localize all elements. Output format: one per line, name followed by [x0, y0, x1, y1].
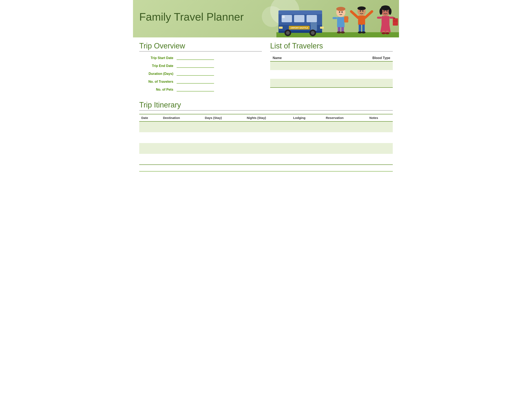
num-pets-label: No. of Pets	[139, 88, 177, 91]
itin-days-3[interactable]	[203, 143, 245, 154]
table-row	[139, 143, 393, 154]
itinerary-header-row: Date Destination Days (Stay) Nights (Sta…	[139, 114, 393, 121]
svg-rect-53	[393, 18, 395, 19]
trip-end-date-input[interactable]	[177, 63, 214, 68]
traveler-name-3[interactable]	[270, 79, 317, 88]
num-travelers-row: No. of Travelers	[139, 78, 262, 84]
svg-point-40	[360, 10, 361, 12]
itin-reservation-2[interactable]	[324, 132, 367, 143]
svg-rect-28	[344, 16, 348, 22]
itin-lodging-2[interactable]	[291, 132, 324, 143]
svg-rect-4	[294, 15, 304, 22]
svg-point-30	[342, 11, 343, 13]
itinerary-table: Date Destination Days (Stay) Nights (Sta…	[139, 114, 393, 165]
trip-overview-panel: Trip Overview Trip Start Date Trip End D…	[139, 42, 262, 94]
footer	[139, 171, 393, 173]
itin-dest-4[interactable]	[161, 154, 203, 165]
itin-days-2[interactable]	[203, 132, 245, 143]
svg-rect-46	[381, 16, 390, 26]
duration-input[interactable]	[177, 71, 214, 76]
duration-label: Duration (Days)	[139, 72, 177, 76]
svg-rect-33	[358, 16, 365, 25]
itin-lodging-1[interactable]	[291, 121, 324, 132]
svg-point-25	[341, 31, 345, 33]
itin-notes-2[interactable]	[367, 132, 393, 143]
itin-reservation-3[interactable]	[324, 143, 367, 154]
itinerary-panel: Trip Itinerary Date Destination Days (St…	[139, 101, 393, 165]
trip-end-date-label: Trip End Date	[139, 64, 177, 68]
trip-start-date-input[interactable]	[177, 55, 214, 60]
travelers-panel: List of Travelers Name Blood Type	[270, 42, 393, 94]
svg-point-56	[383, 10, 385, 12]
svg-rect-2	[278, 10, 322, 14]
table-row	[270, 61, 393, 70]
svg-rect-52	[393, 18, 398, 26]
traveler-blood-2[interactable]	[317, 70, 393, 79]
itin-notes-4[interactable]	[367, 154, 393, 165]
itin-nights-4[interactable]	[245, 154, 291, 165]
svg-point-45	[389, 8, 391, 15]
itin-notes-1[interactable]	[367, 121, 393, 132]
trip-start-date-row: Trip Start Date	[139, 55, 262, 60]
itin-days-4[interactable]	[203, 154, 245, 165]
top-section: Trip Overview Trip Start Date Trip End D…	[139, 42, 393, 94]
itin-dest-2[interactable]	[161, 132, 203, 143]
bus-illustration: AIRPORT SHUTTLE	[276, 4, 326, 38]
people-illustration	[324, 1, 399, 38]
svg-text:AIRPORT SHUTTLE: AIRPORT SHUTTLE	[291, 27, 308, 29]
travelers-col-name: Name	[270, 55, 317, 61]
travelers-header-row: Name Blood Type	[270, 55, 393, 61]
itin-nights-2[interactable]	[245, 132, 291, 143]
traveler-blood-3[interactable]	[317, 79, 393, 88]
traveler-name-1[interactable]	[270, 61, 317, 70]
svg-point-37	[361, 31, 366, 33]
svg-rect-26	[332, 17, 337, 19]
itin-dest-1[interactable]	[161, 121, 203, 132]
traveler-name-2[interactable]	[270, 70, 317, 79]
svg-point-13	[311, 31, 315, 35]
itin-date-2[interactable]	[139, 132, 161, 143]
svg-rect-34	[359, 25, 361, 32]
svg-rect-0	[276, 32, 326, 38]
itin-date-1[interactable]	[139, 121, 161, 132]
svg-point-11	[286, 31, 290, 35]
trip-start-date-label: Trip Start Date	[139, 56, 177, 60]
itin-notes-3[interactable]	[367, 143, 393, 154]
svg-rect-21	[337, 17, 344, 28]
travelers-title: List of Travelers	[270, 42, 393, 52]
svg-point-20	[336, 7, 345, 11]
svg-rect-17	[320, 27, 324, 29]
svg-rect-16	[279, 27, 283, 29]
num-travelers-input[interactable]	[177, 78, 214, 84]
itin-lodging-3[interactable]	[291, 143, 324, 154]
table-row	[139, 121, 393, 132]
itin-date-4[interactable]	[139, 154, 161, 165]
itin-lodging-4[interactable]	[291, 154, 324, 165]
traveler-blood-1[interactable]	[317, 61, 393, 70]
num-pets-input[interactable]	[177, 87, 214, 91]
col-nights-stay: Nights (Stay)	[245, 114, 291, 121]
itin-nights-1[interactable]	[245, 121, 291, 132]
svg-line-38	[351, 11, 358, 18]
svg-point-41	[362, 10, 363, 12]
col-notes: Notes	[367, 114, 393, 121]
col-reservation: Reservation	[324, 114, 367, 121]
itin-days-1[interactable]	[203, 121, 245, 132]
itin-dest-3[interactable]	[161, 143, 203, 154]
itin-nights-3[interactable]	[245, 143, 291, 154]
itin-reservation-4[interactable]	[324, 154, 367, 165]
itin-date-3[interactable]	[139, 143, 161, 154]
duration-row: Duration (Days)	[139, 71, 262, 76]
num-travelers-label: No. of Travelers	[139, 80, 177, 84]
travelers-col-blood: Blood Type	[317, 55, 393, 61]
trip-overview-title: Trip Overview	[139, 42, 262, 52]
svg-rect-55	[377, 17, 381, 19]
trip-end-date-row: Trip End Date	[139, 63, 262, 68]
itin-reservation-1[interactable]	[324, 121, 367, 132]
table-row	[139, 132, 393, 143]
svg-rect-6	[282, 16, 285, 18]
page-header: Family Travel Planner	[133, 0, 399, 38]
col-lodging: Lodging	[291, 114, 324, 121]
svg-point-43	[381, 5, 390, 10]
col-destination: Destination	[161, 114, 203, 121]
